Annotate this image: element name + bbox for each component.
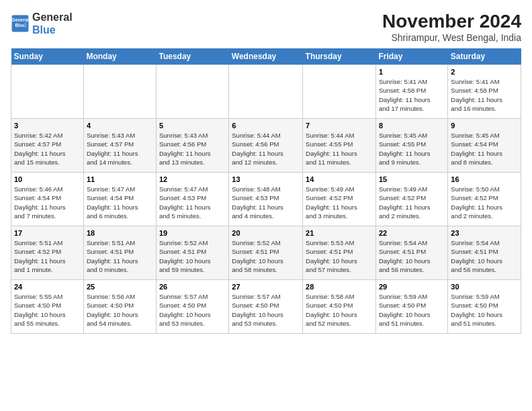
calendar-cell: 21Sunrise: 5:53 AM Sunset: 4:51 PM Dayli… xyxy=(303,226,376,280)
day-info: Sunrise: 5:59 AM Sunset: 4:50 PM Dayligh… xyxy=(451,292,518,328)
calendar-week-row: 3Sunrise: 5:42 AM Sunset: 4:57 PM Daylig… xyxy=(11,119,521,173)
day-number: 22 xyxy=(379,229,445,237)
day-number: 17 xyxy=(14,229,81,237)
calendar-cell: 9Sunrise: 5:45 AM Sunset: 4:54 PM Daylig… xyxy=(448,119,521,173)
day-number: 27 xyxy=(232,283,300,291)
calendar-cell: 7Sunrise: 5:44 AM Sunset: 4:55 PM Daylig… xyxy=(303,119,376,173)
calendar-cell: 23Sunrise: 5:54 AM Sunset: 4:51 PM Dayli… xyxy=(448,226,521,280)
day-info: Sunrise: 5:54 AM Sunset: 4:51 PM Dayligh… xyxy=(451,238,518,274)
day-info: Sunrise: 5:52 AM Sunset: 4:51 PM Dayligh… xyxy=(159,238,226,274)
calendar-week-row: 10Sunrise: 5:46 AM Sunset: 4:54 PM Dayli… xyxy=(11,173,521,226)
day-info: Sunrise: 5:56 AM Sunset: 4:50 PM Dayligh… xyxy=(87,292,153,328)
weekday-header-tuesday: Tuesday xyxy=(157,48,229,65)
calendar-week-row: 24Sunrise: 5:55 AM Sunset: 4:50 PM Dayli… xyxy=(11,280,521,334)
day-number: 24 xyxy=(14,283,81,291)
weekday-header-saturday: Saturday xyxy=(448,48,521,65)
calendar-cell: 1Sunrise: 5:41 AM Sunset: 4:58 PM Daylig… xyxy=(375,65,447,119)
day-info: Sunrise: 5:57 AM Sunset: 4:50 PM Dayligh… xyxy=(159,292,226,328)
logo-line2: Blue xyxy=(32,24,73,36)
calendar-cell xyxy=(229,65,303,119)
day-info: Sunrise: 5:47 AM Sunset: 4:53 PM Dayligh… xyxy=(159,185,226,220)
location: Shrirampur, West Bengal, India xyxy=(382,32,521,43)
day-number: 30 xyxy=(451,283,518,291)
day-number: 20 xyxy=(232,229,300,237)
day-number: 9 xyxy=(451,122,518,130)
weekday-header-friday: Friday xyxy=(375,48,447,65)
day-number: 11 xyxy=(87,175,153,183)
day-number: 21 xyxy=(306,229,373,237)
calendar-cell: 2Sunrise: 5:41 AM Sunset: 4:58 PM Daylig… xyxy=(448,65,521,119)
day-info: Sunrise: 5:42 AM Sunset: 4:57 PM Dayligh… xyxy=(14,131,81,167)
calendar-cell: 13Sunrise: 5:48 AM Sunset: 4:53 PM Dayli… xyxy=(229,173,303,226)
day-info: Sunrise: 5:57 AM Sunset: 4:50 PM Dayligh… xyxy=(232,292,300,328)
calendar-cell: 24Sunrise: 5:55 AM Sunset: 4:50 PM Dayli… xyxy=(11,280,84,334)
svg-text:General: General xyxy=(11,17,29,22)
day-info: Sunrise: 5:44 AM Sunset: 4:56 PM Dayligh… xyxy=(232,131,300,167)
logo: General Blue General Blue xyxy=(11,11,73,36)
day-info: Sunrise: 5:41 AM Sunset: 4:58 PM Dayligh… xyxy=(451,77,518,113)
calendar-cell xyxy=(11,65,84,119)
weekday-header-thursday: Thursday xyxy=(303,48,376,65)
day-info: Sunrise: 5:51 AM Sunset: 4:52 PM Dayligh… xyxy=(14,238,81,274)
day-info: Sunrise: 5:55 AM Sunset: 4:50 PM Dayligh… xyxy=(14,292,81,328)
calendar-cell: 16Sunrise: 5:50 AM Sunset: 4:52 PM Dayli… xyxy=(448,173,521,226)
calendar-cell: 15Sunrise: 5:49 AM Sunset: 4:52 PM Dayli… xyxy=(375,173,447,226)
day-number: 29 xyxy=(379,283,445,291)
day-number: 1 xyxy=(379,68,445,76)
day-info: Sunrise: 5:58 AM Sunset: 4:50 PM Dayligh… xyxy=(306,292,373,328)
day-info: Sunrise: 5:59 AM Sunset: 4:50 PM Dayligh… xyxy=(379,292,445,328)
calendar-week-row: 17Sunrise: 5:51 AM Sunset: 4:52 PM Dayli… xyxy=(11,226,521,280)
calendar-cell: 22Sunrise: 5:54 AM Sunset: 4:51 PM Dayli… xyxy=(375,226,447,280)
weekday-header-wednesday: Wednesday xyxy=(229,48,303,65)
day-number: 7 xyxy=(306,122,373,130)
day-info: Sunrise: 5:45 AM Sunset: 4:54 PM Dayligh… xyxy=(451,131,518,167)
day-info: Sunrise: 5:41 AM Sunset: 4:58 PM Dayligh… xyxy=(379,77,445,113)
day-number: 18 xyxy=(87,229,153,237)
calendar-week-row: 1Sunrise: 5:41 AM Sunset: 4:58 PM Daylig… xyxy=(11,65,521,119)
day-number: 26 xyxy=(159,283,226,291)
logo-line1: General xyxy=(32,11,73,24)
calendar-cell: 11Sunrise: 5:47 AM Sunset: 4:54 PM Dayli… xyxy=(83,173,156,226)
calendar-cell: 26Sunrise: 5:57 AM Sunset: 4:50 PM Dayli… xyxy=(157,280,229,334)
calendar-cell xyxy=(157,65,229,119)
day-info: Sunrise: 5:43 AM Sunset: 4:57 PM Dayligh… xyxy=(87,131,153,167)
calendar-cell: 29Sunrise: 5:59 AM Sunset: 4:50 PM Dayli… xyxy=(375,280,447,334)
title-block: November 2024 Shrirampur, West Bengal, I… xyxy=(382,11,521,43)
day-number: 15 xyxy=(379,175,445,183)
calendar-cell: 19Sunrise: 5:52 AM Sunset: 4:51 PM Dayli… xyxy=(157,226,229,280)
calendar-cell: 14Sunrise: 5:49 AM Sunset: 4:52 PM Dayli… xyxy=(303,173,376,226)
calendar-cell xyxy=(83,65,156,119)
calendar-cell: 20Sunrise: 5:52 AM Sunset: 4:51 PM Dayli… xyxy=(229,226,303,280)
calendar-cell: 10Sunrise: 5:46 AM Sunset: 4:54 PM Dayli… xyxy=(11,173,84,226)
calendar-cell xyxy=(303,65,376,119)
day-info: Sunrise: 5:48 AM Sunset: 4:53 PM Dayligh… xyxy=(232,185,300,220)
header: General Blue General Blue November 2024 … xyxy=(11,11,521,43)
day-info: Sunrise: 5:47 AM Sunset: 4:54 PM Dayligh… xyxy=(87,185,153,220)
day-number: 6 xyxy=(232,122,300,130)
calendar-cell: 4Sunrise: 5:43 AM Sunset: 4:57 PM Daylig… xyxy=(83,119,156,173)
day-number: 12 xyxy=(159,175,226,183)
day-info: Sunrise: 5:52 AM Sunset: 4:51 PM Dayligh… xyxy=(232,238,300,274)
month-year: November 2024 xyxy=(382,11,521,32)
day-info: Sunrise: 5:54 AM Sunset: 4:51 PM Dayligh… xyxy=(379,238,445,274)
day-number: 14 xyxy=(306,175,373,183)
calendar-cell: 12Sunrise: 5:47 AM Sunset: 4:53 PM Dayli… xyxy=(157,173,229,226)
calendar-cell: 28Sunrise: 5:58 AM Sunset: 4:50 PM Dayli… xyxy=(303,280,376,334)
day-number: 28 xyxy=(306,283,373,291)
calendar-table: SundayMondayTuesdayWednesdayThursdayFrid… xyxy=(11,48,521,334)
calendar-cell: 30Sunrise: 5:59 AM Sunset: 4:50 PM Dayli… xyxy=(448,280,521,334)
logo-icon: General Blue xyxy=(11,14,30,33)
weekday-header-row: SundayMondayTuesdayWednesdayThursdayFrid… xyxy=(11,48,521,65)
calendar-cell: 3Sunrise: 5:42 AM Sunset: 4:57 PM Daylig… xyxy=(11,119,84,173)
day-info: Sunrise: 5:44 AM Sunset: 4:55 PM Dayligh… xyxy=(306,131,373,167)
day-info: Sunrise: 5:43 AM Sunset: 4:56 PM Dayligh… xyxy=(159,131,226,167)
day-number: 19 xyxy=(159,229,226,237)
day-info: Sunrise: 5:46 AM Sunset: 4:54 PM Dayligh… xyxy=(14,185,81,220)
weekday-header-monday: Monday xyxy=(83,48,156,65)
calendar-cell: 27Sunrise: 5:57 AM Sunset: 4:50 PM Dayli… xyxy=(229,280,303,334)
calendar-cell: 6Sunrise: 5:44 AM Sunset: 4:56 PM Daylig… xyxy=(229,119,303,173)
day-info: Sunrise: 5:49 AM Sunset: 4:52 PM Dayligh… xyxy=(379,185,445,220)
day-info: Sunrise: 5:50 AM Sunset: 4:52 PM Dayligh… xyxy=(451,185,518,220)
day-number: 13 xyxy=(232,175,300,183)
calendar-cell: 8Sunrise: 5:45 AM Sunset: 4:55 PM Daylig… xyxy=(375,119,447,173)
